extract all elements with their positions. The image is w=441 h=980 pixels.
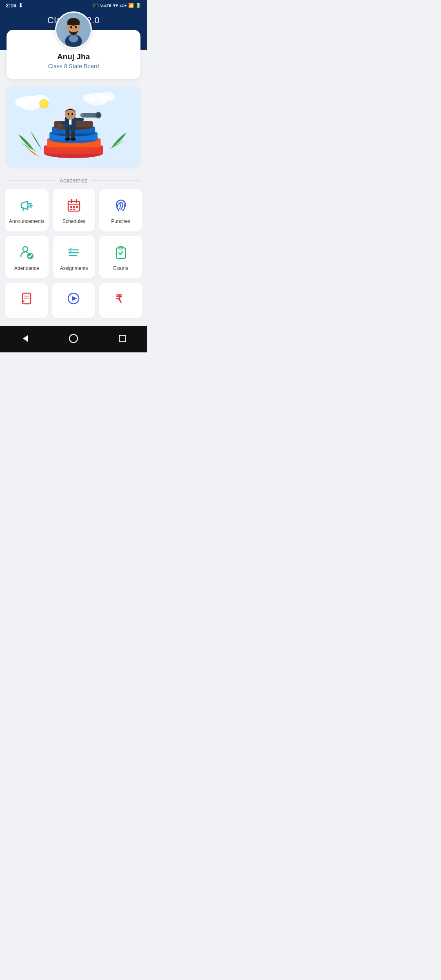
svg-point-20 <box>41 100 47 107</box>
exams-label: Exams <box>113 265 128 271</box>
punches-icon <box>113 198 129 215</box>
svg-rect-55 <box>76 206 78 208</box>
exams-icon <box>113 245 129 262</box>
svg-point-3 <box>69 35 78 42</box>
network-icon: 4G+ <box>120 4 127 8</box>
schedules-label: Schedules <box>62 218 85 224</box>
attendance-label: Attendance <box>14 265 39 271</box>
grid-item-announcements[interactable]: Announcements <box>5 189 49 232</box>
svg-point-18 <box>83 94 96 102</box>
partial-row: ₹ <box>0 283 147 318</box>
nav-back-button[interactable] <box>17 331 32 346</box>
fees-icon: ₹ <box>114 292 127 307</box>
announcements-icon <box>19 198 34 215</box>
wifi-icon: ▾▾ <box>113 3 118 8</box>
assignments-icon <box>66 245 82 262</box>
svg-point-45 <box>65 109 76 120</box>
svg-point-11 <box>78 26 81 29</box>
svg-marker-72 <box>72 296 77 301</box>
grid-item-exams[interactable]: Exams <box>99 236 142 278</box>
svg-text:₹: ₹ <box>116 293 122 305</box>
grid-item-attendance[interactable]: Attendance <box>5 236 49 278</box>
svg-rect-33 <box>66 129 70 139</box>
avatar <box>55 11 92 48</box>
section-line-right <box>91 180 140 181</box>
banner-inner <box>7 86 140 167</box>
attendance-icon <box>19 245 34 262</box>
svg-rect-54 <box>73 206 75 208</box>
vibrate-icon: 📳 <box>93 3 99 8</box>
svg-rect-6 <box>67 22 80 24</box>
svg-point-35 <box>65 138 71 141</box>
grid-item-punches[interactable]: Punches <box>99 189 142 232</box>
svg-rect-76 <box>119 335 126 342</box>
svg-point-17 <box>99 92 115 101</box>
grid-item-schedules[interactable]: Schedules <box>53 189 96 232</box>
svg-point-15 <box>15 98 29 107</box>
academics-title: Academics <box>60 177 87 184</box>
status-bar: 2:16 ⬇ 📳 VoLTE ▾▾ 4G+ 📶 🔋 <box>0 0 147 11</box>
profile-card: Anuj Jha Class 8 State Board <box>7 30 140 79</box>
notes-icon <box>20 292 33 307</box>
signal-icon: 📶 <box>128 3 134 8</box>
svg-point-47 <box>71 113 73 115</box>
profile-name: Anuj Jha <box>15 52 132 61</box>
svg-rect-53 <box>70 206 72 208</box>
svg-point-75 <box>69 334 78 343</box>
volte-icon: VoLTE <box>100 4 111 8</box>
grid-item-video[interactable] <box>52 283 95 318</box>
bottom-nav <box>0 326 147 352</box>
grid-item-assignments[interactable]: Assignments <box>53 236 96 278</box>
svg-rect-57 <box>73 209 75 210</box>
svg-rect-56 <box>70 209 72 210</box>
schedules-icon <box>66 198 82 215</box>
grid-item-notes[interactable] <box>5 283 48 318</box>
academics-section-header: Academics <box>7 177 140 184</box>
svg-point-46 <box>68 113 69 115</box>
punches-label: Punches <box>111 218 130 224</box>
svg-rect-40 <box>75 118 84 121</box>
home-icon <box>69 334 78 343</box>
video-icon <box>67 292 80 307</box>
assignments-label: Assignments <box>60 265 88 271</box>
svg-marker-74 <box>23 335 28 342</box>
battery-icon: 🔋 <box>136 3 141 8</box>
svg-point-58 <box>23 247 28 252</box>
svg-rect-39 <box>59 123 60 126</box>
avatar-image <box>56 13 91 47</box>
recents-icon <box>118 334 127 343</box>
avatar-wrapper <box>15 11 132 48</box>
download-icon: ⬇ <box>18 2 23 9</box>
banner-section <box>7 86 140 167</box>
status-time: 2:16 <box>6 2 16 9</box>
svg-point-8 <box>75 26 77 29</box>
section-line-left <box>7 180 56 181</box>
svg-point-36 <box>70 138 76 141</box>
back-icon <box>20 334 29 343</box>
profile-card-wrapper: Anuj Jha Class 8 State Board <box>0 30 147 79</box>
svg-rect-34 <box>71 131 75 139</box>
svg-point-10 <box>66 26 69 29</box>
nav-recents-button[interactable] <box>115 331 130 346</box>
status-left: 2:16 ⬇ <box>6 2 23 9</box>
announcements-label: Announcements <box>9 218 45 224</box>
academics-grid: Announcements Schedules <box>0 189 147 278</box>
profile-class: Class 8 State Board <box>15 63 132 69</box>
nav-home-button[interactable] <box>66 331 81 346</box>
svg-point-44 <box>96 113 100 117</box>
svg-rect-42 <box>80 114 83 116</box>
svg-point-7 <box>70 26 72 29</box>
svg-point-9 <box>73 29 74 30</box>
grid-item-fees[interactable]: ₹ <box>99 283 142 318</box>
hero-illustration <box>7 86 140 167</box>
status-right: 📳 VoLTE ▾▾ 4G+ 📶 🔋 <box>93 3 141 8</box>
